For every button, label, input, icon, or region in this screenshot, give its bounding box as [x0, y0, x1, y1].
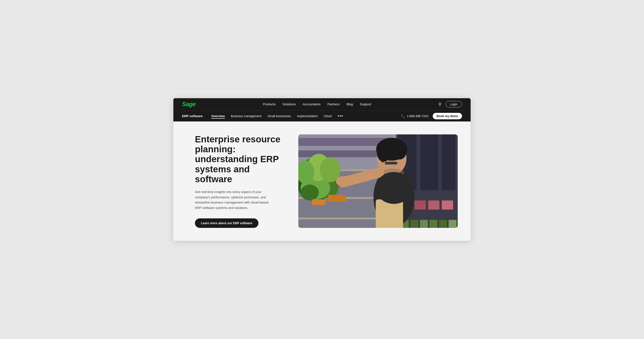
- sub-navigation: ERP software Overview Business managemen…: [174, 110, 470, 122]
- subnav-item-overview[interactable]: Overview: [211, 114, 225, 118]
- nav-item-blog[interactable]: Blog: [346, 102, 353, 106]
- hero-section: Enterprise resource planning: understand…: [174, 122, 470, 241]
- svg-rect-10: [442, 134, 455, 190]
- svg-rect-24: [414, 200, 426, 210]
- phone-icon: 📞: [401, 114, 405, 118]
- subnav-link-overview[interactable]: Overview: [211, 114, 225, 119]
- svg-point-37: [393, 144, 406, 160]
- subnav-link-implementation[interactable]: Implementation: [297, 114, 318, 118]
- erp-section-label: ERP software: [182, 114, 203, 118]
- hero-title: Enterprise resource planning: understand…: [195, 134, 281, 184]
- nav-link-partners[interactable]: Partners: [328, 102, 340, 106]
- hero-content: Enterprise resource planning: understand…: [195, 134, 286, 228]
- subnav-more-button[interactable]: •••: [338, 114, 343, 118]
- phone-number[interactable]: 1-866-996-7243: [407, 114, 428, 118]
- svg-rect-28: [410, 220, 418, 228]
- book-demo-button[interactable]: Book my demo: [433, 113, 462, 119]
- sub-nav-links-list: Overview Business management Small busin…: [211, 114, 343, 118]
- svg-rect-22: [312, 200, 326, 205]
- svg-rect-21: [328, 195, 346, 202]
- top-navigation: Sage Products Solutions Accountants Part…: [174, 98, 470, 110]
- main-nav-list: Products Solutions Accountants Partners …: [263, 102, 371, 106]
- svg-rect-39: [382, 161, 384, 162]
- hero-description: Get real-time insights into every aspect…: [195, 189, 272, 211]
- nav-link-support[interactable]: Support: [360, 102, 371, 106]
- subnav-item-cloud[interactable]: Cloud: [324, 114, 332, 118]
- svg-point-36: [377, 144, 390, 162]
- svg-point-46: [376, 172, 412, 204]
- nav-item-partners[interactable]: Partners: [328, 102, 340, 106]
- subnav-link-small-businesses[interactable]: Small businesses: [268, 114, 291, 118]
- more-options-icon[interactable]: •••: [338, 114, 343, 118]
- svg-rect-26: [442, 200, 453, 210]
- subnav-item-small-businesses[interactable]: Small businesses: [268, 114, 291, 118]
- nav-link-accountants[interactable]: Accountants: [302, 102, 320, 106]
- svg-rect-32: [449, 220, 456, 228]
- phone-nav: 📞 1-866-996-7243: [401, 114, 428, 118]
- nav-item-accountants[interactable]: Accountants: [302, 102, 320, 106]
- search-icon[interactable]: ⚲: [438, 102, 441, 106]
- svg-rect-38: [385, 162, 398, 164]
- nav-link-solutions[interactable]: Solutions: [282, 102, 296, 106]
- subnav-item-business-management[interactable]: Business management: [231, 114, 262, 118]
- nav-item-products[interactable]: Products: [263, 102, 276, 106]
- nav-item-solutions[interactable]: Solutions: [282, 102, 296, 106]
- svg-rect-31: [439, 220, 447, 228]
- hero-cta-button[interactable]: Learn more about our ERP software: [195, 218, 258, 228]
- sub-nav-left: ERP software Overview Business managemen…: [182, 114, 343, 118]
- subnav-link-business-management[interactable]: Business management: [231, 114, 262, 118]
- svg-point-17: [301, 184, 319, 200]
- subnav-item-implementation[interactable]: Implementation: [297, 114, 318, 118]
- hero-image: [298, 134, 458, 228]
- nav-link-blog[interactable]: Blog: [346, 102, 353, 106]
- svg-rect-30: [430, 220, 438, 228]
- nav-item-support[interactable]: Support: [360, 102, 371, 106]
- svg-rect-45: [376, 200, 403, 228]
- svg-rect-25: [428, 200, 440, 210]
- svg-point-42: [336, 176, 349, 186]
- sage-logo[interactable]: Sage: [182, 101, 196, 108]
- svg-rect-9: [420, 134, 438, 190]
- subnav-link-cloud[interactable]: Cloud: [324, 114, 332, 118]
- browser-window: Sage Products Solutions Accountants Part…: [174, 98, 470, 241]
- top-nav-right: ⚲ Login: [438, 101, 462, 108]
- login-button[interactable]: Login: [446, 101, 462, 108]
- sub-nav-right: 📞 1-866-996-7243 Book my demo: [401, 113, 462, 119]
- nav-link-products[interactable]: Products: [263, 102, 276, 106]
- svg-rect-29: [420, 220, 428, 228]
- hero-scene-svg: [298, 134, 458, 228]
